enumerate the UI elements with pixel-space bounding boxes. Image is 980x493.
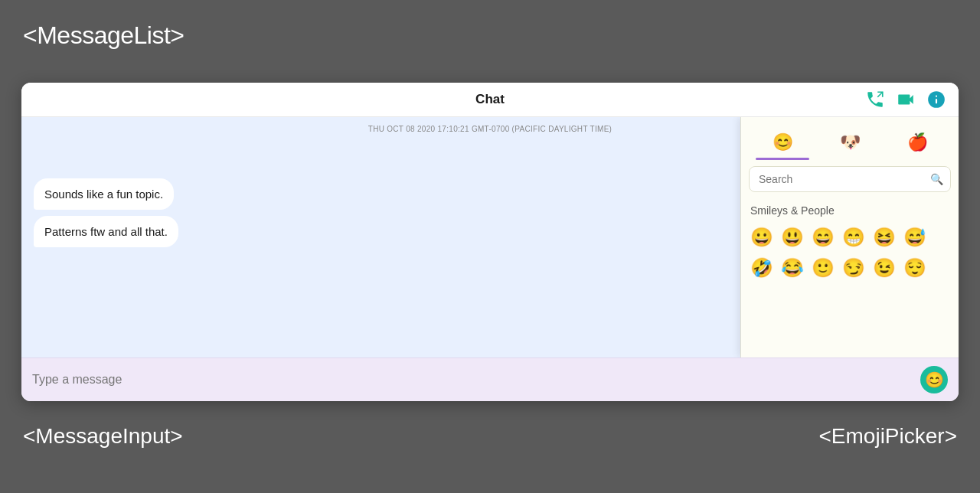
emoji-item[interactable]: 😏 (839, 253, 868, 282)
phone-call-icon[interactable] (865, 90, 885, 109)
chat-header: Chat (21, 83, 959, 117)
emoji-item[interactable]: 😆 (870, 223, 899, 252)
emoji-item[interactable]: 😌 (900, 253, 929, 282)
message-input-label: <MessageInput> (23, 424, 183, 449)
emoji-tab-food[interactable]: 🍎 (884, 125, 951, 160)
emoji-search-input[interactable] (749, 166, 951, 192)
emoji-tab-animals[interactable]: 🐶 (816, 125, 884, 160)
message-bubble: Sounds like a fun topic. (34, 178, 174, 210)
emoji-item[interactable]: 😂 (778, 253, 807, 282)
emoji-item[interactable]: 😁 (839, 223, 868, 252)
info-icon[interactable] (926, 90, 946, 109)
emoji-item[interactable]: 🤣 (747, 253, 776, 282)
emoji-item[interactable]: 😅 (900, 223, 929, 252)
message-list-label: <MessageList> (23, 21, 185, 50)
emoji-category-label: Smileys & People (741, 198, 959, 220)
chat-window: Chat THU OCT 0 (21, 83, 959, 401)
emoji-picker-label: <EmojiPicker> (818, 424, 957, 449)
emoji-item[interactable]: 🙂 (808, 253, 838, 282)
emoji-open-button[interactable]: 😊 (920, 366, 948, 393)
video-call-icon[interactable] (896, 90, 916, 109)
emoji-item[interactable]: 😀 (747, 223, 776, 252)
emoji-search-container: 🔍 (749, 166, 951, 192)
emoji-tabs: 😊 🐶 🍎 (741, 117, 959, 160)
emoji-search-wrapper: 🔍 (741, 160, 959, 198)
emoji-picker-panel: 😊 🐶 🍎 🔍 Smileys & People 😀 😃 😄 😁 (740, 117, 959, 358)
message-input[interactable] (32, 373, 913, 387)
message-bubble: Patterns ftw and all that. (34, 216, 178, 247)
emoji-item[interactable]: 😃 (778, 223, 807, 252)
emoji-grid: 😀 😃 😄 😁 😆 😅 🤣 😂 🙂 😏 😉 😌 (741, 220, 959, 286)
chat-input-area: 😊 (21, 358, 959, 401)
chat-body: THU OCT 08 2020 17:10:21 GMT-0700 (PACIF… (21, 117, 959, 358)
chat-title: Chat (475, 92, 505, 107)
emoji-tab-smileys[interactable]: 😊 (749, 125, 816, 160)
emoji-item[interactable]: 😉 (870, 253, 899, 282)
emoji-item[interactable]: 😄 (808, 223, 838, 252)
header-icons (865, 90, 946, 109)
